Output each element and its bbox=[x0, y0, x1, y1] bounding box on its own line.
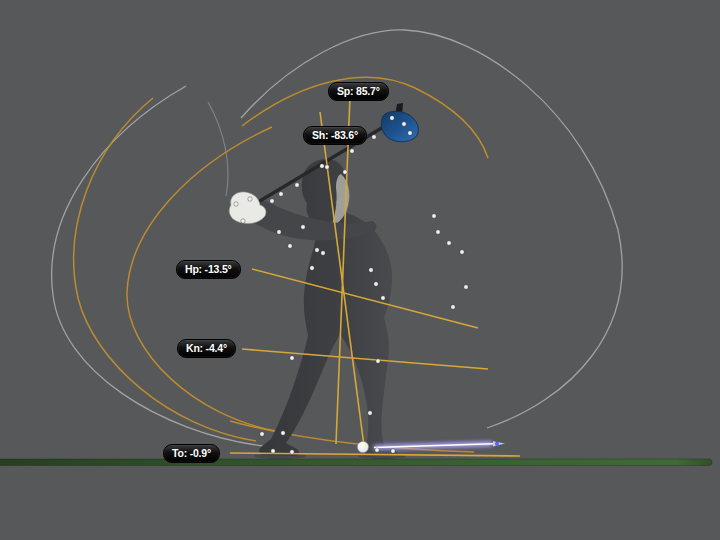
angle-label-knee[interactable]: Kn: -4.4° bbox=[177, 339, 236, 358]
club-path-arc-small-gray bbox=[208, 102, 228, 196]
angle-label-toe-line[interactable]: To: -0.9° bbox=[163, 444, 220, 463]
golf-ball bbox=[357, 441, 368, 452]
driver-clubhead bbox=[381, 111, 418, 142]
glow-line-tip-flare bbox=[495, 442, 499, 446]
angle-label-hip[interactable]: Hp: -13.5° bbox=[176, 260, 241, 279]
swing-analysis-viewport[interactable]: Sp: 85.7° Sh: -83.6° Hp: -13.5° Kn: -4.4… bbox=[0, 0, 720, 540]
angle-label-spine[interactable]: Sp: 85.7° bbox=[328, 82, 389, 101]
golfer-gloves bbox=[229, 192, 266, 224]
golfer-figure bbox=[229, 103, 418, 457]
swing-3d-scene bbox=[0, 0, 720, 540]
angle-label-shaft[interactable]: Sh: -83.6° bbox=[303, 126, 367, 145]
turf-ground-strip bbox=[0, 459, 712, 466]
golfer-body bbox=[259, 159, 397, 457]
target-direction-glow bbox=[374, 441, 505, 447]
